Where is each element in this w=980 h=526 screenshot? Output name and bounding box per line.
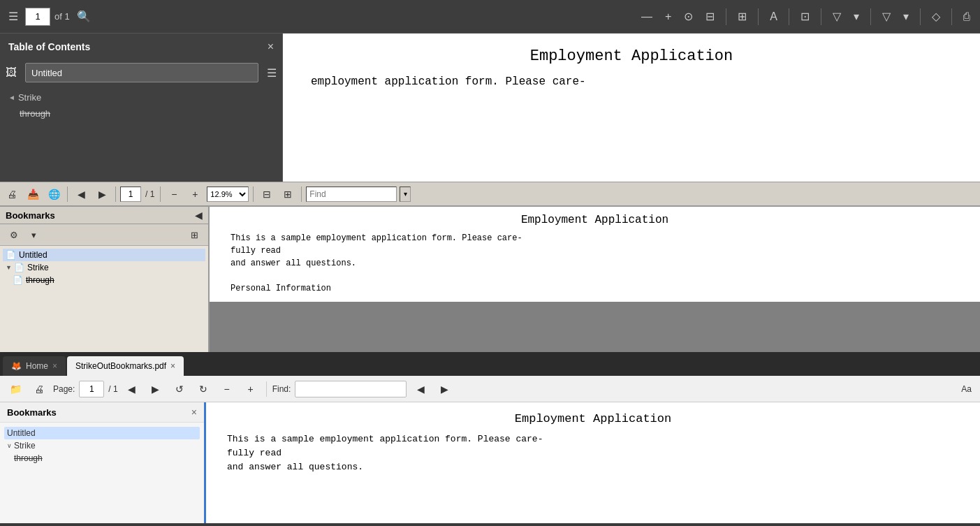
ff-next-page-btn[interactable]: ▶ bbox=[146, 379, 166, 399]
mt-fullfit-btn[interactable]: ⊞ bbox=[279, 186, 297, 203]
mt-print-btn[interactable]: 🖨 bbox=[3, 186, 21, 203]
ff-home-tab-icon: 🦊 bbox=[11, 361, 22, 371]
ff-bookmarks-close-btn[interactable]: × bbox=[191, 407, 197, 418]
mt-div4 bbox=[253, 187, 254, 202]
middle-pdf-line5: Personal Information bbox=[231, 284, 331, 293]
ff-tab-pdf-close[interactable]: × bbox=[170, 361, 175, 371]
bm-arrow-strike: ▼ bbox=[6, 264, 12, 271]
bookmarks-header: Bookmarks ◀ bbox=[0, 207, 208, 224]
bm-item-untitled[interactable]: 📄 Untitled bbox=[3, 249, 205, 261]
ff-bm-label-through: through bbox=[14, 453, 43, 463]
ff-print-btn[interactable]: 🖨 bbox=[29, 379, 49, 399]
toc-icons-row: 🖼 ☰ bbox=[0, 60, 282, 85]
pages-icon[interactable]: ⊞ bbox=[733, 7, 751, 26]
toc-header: Table of Contents × bbox=[0, 34, 282, 60]
mt-fit-btn[interactable]: ⊟ bbox=[258, 186, 276, 203]
ff-find-prev-btn[interactable]: ◀ bbox=[411, 379, 430, 399]
toc-item-through-label: through bbox=[20, 108, 50, 119]
zoom-in-icon[interactable]: + bbox=[661, 8, 675, 26]
ff-bm-item-untitled[interactable]: Untitled bbox=[4, 427, 200, 439]
ff-pdf-content: Employment Application This is a sample … bbox=[206, 402, 980, 523]
ff-zoom-in-btn[interactable]: + bbox=[241, 379, 261, 399]
ff-pdf-page: Employment Application This is a sample … bbox=[206, 402, 980, 523]
ff-rotate-cw-btn[interactable]: ↻ bbox=[193, 379, 213, 399]
middle-find-input[interactable] bbox=[306, 187, 397, 202]
comment-down-icon[interactable]: ▾ bbox=[849, 7, 863, 26]
middle-page-input[interactable] bbox=[120, 187, 141, 202]
toc-image-icon[interactable]: 🖼 bbox=[6, 66, 17, 79]
middle-zoom-select[interactable]: 12.9% bbox=[207, 187, 249, 202]
ff-find-label: Find: bbox=[272, 384, 291, 394]
top-page-input[interactable] bbox=[25, 8, 50, 26]
mt-scan-btn[interactable]: 📥 bbox=[24, 186, 42, 203]
divider7 bbox=[951, 8, 952, 25]
bm-expand-btn[interactable]: ⊞ bbox=[186, 227, 203, 242]
top-search-icon[interactable]: 🔍 bbox=[74, 7, 94, 26]
bm-settings-down-btn[interactable]: ▾ bbox=[25, 227, 42, 242]
bookmarks-toolbar: ⚙ ▾ ⊞ bbox=[0, 224, 208, 246]
toc-item-strike[interactable]: ◄ Strike bbox=[0, 89, 282, 105]
ff-bm-arrow-strike: ∨ bbox=[7, 442, 12, 449]
print-icon[interactable]: ⎙ bbox=[959, 8, 974, 26]
mt-zoom-in-btn[interactable]: + bbox=[186, 186, 204, 203]
bm-settings-btn[interactable]: ⚙ bbox=[6, 227, 22, 242]
divider5 bbox=[870, 8, 871, 25]
toc-list-icon[interactable]: ☰ bbox=[267, 66, 277, 80]
mt-div3 bbox=[160, 187, 161, 202]
divider4 bbox=[821, 8, 821, 25]
zoom-out-icon[interactable]: — bbox=[637, 8, 657, 26]
ff-bm-tree: Untitled ∨ Strike through bbox=[0, 423, 204, 523]
form-icon[interactable]: ⊡ bbox=[796, 7, 814, 26]
ff-rotate-ccw-btn[interactable]: ↺ bbox=[170, 379, 189, 399]
ff-tab-home[interactable]: 🦊 Home × bbox=[3, 356, 66, 376]
toc-item-through[interactable]: through bbox=[0, 105, 282, 122]
bookmarks-panel: Bookmarks ◀ ⚙ ▾ ⊞ 📄 Untitled ▼ 📄 Strike … bbox=[0, 207, 210, 352]
ff-pdf-line3: and answer all questions. bbox=[227, 462, 363, 472]
comment-icon[interactable]: ▽ bbox=[828, 7, 845, 26]
ff-find-input[interactable] bbox=[295, 381, 407, 397]
mt-back-btn[interactable]: ◀ bbox=[72, 186, 90, 203]
top-pdf-viewer: ☰ of 1 🔍 — + ⊙ ⊟ ⊞ A ⊡ ▽ ▾ ▽ ▾ ◇ ⎙ Table… bbox=[0, 0, 980, 182]
ff-bm-label-untitled: Untitled bbox=[7, 428, 36, 438]
mt-nav-btn[interactable]: 🌐 bbox=[45, 186, 63, 203]
bookmarks-toggle-btn[interactable]: ◀ bbox=[195, 210, 203, 221]
top-pdf-page: Employment Application employment applic… bbox=[283, 34, 980, 182]
bm-item-strike[interactable]: ▼ 📄 Strike bbox=[3, 261, 205, 274]
ff-bm-item-strike[interactable]: ∨ Strike bbox=[4, 439, 200, 452]
mt-zoom-out-btn[interactable]: − bbox=[165, 186, 183, 203]
bm-doc-icon-through: 📄 bbox=[13, 275, 23, 285]
eraser-icon[interactable]: ◇ bbox=[928, 7, 944, 26]
divider3 bbox=[789, 8, 789, 25]
hamburger-icon[interactable]: ☰ bbox=[6, 7, 21, 26]
toc-arrow-strike: ◄ bbox=[8, 94, 15, 101]
ff-find-next-btn[interactable]: ▶ bbox=[434, 379, 454, 399]
toc-panel: Table of Contents × 🖼 ☰ ◄ Strike through bbox=[0, 34, 283, 182]
stamp-down-icon[interactable]: ▾ bbox=[899, 7, 913, 26]
ff-page-input[interactable] bbox=[79, 381, 104, 397]
ff-sidebar-btn[interactable]: 📁 bbox=[6, 379, 25, 399]
ff-zoom-out-btn[interactable]: − bbox=[217, 379, 237, 399]
bm-item-through[interactable]: 📄 through bbox=[3, 274, 205, 286]
text-tool-icon[interactable]: A bbox=[766, 8, 782, 26]
stamp-icon[interactable]: ▽ bbox=[878, 7, 895, 26]
middle-pdf-body: This is a sample employment application … bbox=[231, 232, 959, 295]
mt-forward-btn[interactable]: ▶ bbox=[93, 186, 111, 203]
ff-bm-item-through[interactable]: through bbox=[4, 452, 200, 465]
top-pdf-body: employment application form. Please care… bbox=[311, 73, 952, 90]
middle-toolbar: 🖨 📥 🌐 ◀ ▶ / 1 − + 12.9% ⊟ ⊞ ▾ bbox=[0, 182, 980, 207]
bm-doc-icon-untitled: 📄 bbox=[6, 250, 16, 260]
toc-search-input[interactable] bbox=[25, 63, 258, 82]
toc-close-button[interactable]: × bbox=[268, 41, 274, 53]
ff-pdf-body: This is a sample employment application … bbox=[227, 432, 959, 474]
middle-pdf-content: Employment Application This is a sample … bbox=[210, 207, 980, 302]
ff-prev-page-btn[interactable]: ◀ bbox=[122, 379, 142, 399]
ff-bookmarks-header: Bookmarks × bbox=[0, 402, 204, 423]
middle-find-dropdown[interactable]: ▾ bbox=[400, 187, 411, 202]
ff-bm-label-strike: Strike bbox=[14, 441, 36, 451]
ff-tab-pdf[interactable]: StrikeOutBookmarks.pdf × bbox=[67, 356, 184, 376]
ff-tabbar: 🦊 Home × StrikeOutBookmarks.pdf × bbox=[0, 352, 980, 376]
ff-aa-btn[interactable]: Aa bbox=[958, 383, 974, 395]
ff-tab-home-close[interactable]: × bbox=[52, 361, 57, 371]
fit-width-icon[interactable]: ⊟ bbox=[701, 7, 719, 26]
fit-page-icon[interactable]: ⊙ bbox=[680, 7, 697, 26]
